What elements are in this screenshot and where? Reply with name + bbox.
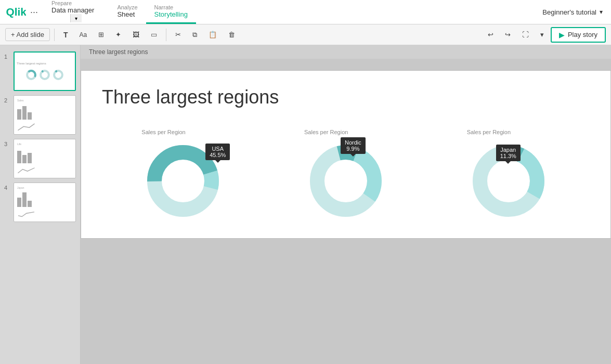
tooltip-2: Nordic 9.9% (341, 137, 366, 154)
effects-button[interactable]: ✦ (111, 28, 126, 41)
image-button[interactable]: 🖼 (128, 28, 144, 41)
donut-wrapper-2: Nordic 9.9% (304, 139, 387, 223)
effects-icon: ✦ (115, 31, 121, 38)
text-icon: T (63, 31, 68, 39)
tooltip-label-1: USA (212, 146, 224, 152)
thumb-title-1: Three largest regions (17, 62, 46, 65)
slide-main-title: Three largest regions (102, 86, 590, 108)
play-story-button[interactable]: ▶ Play story (551, 27, 606, 43)
slide-thumbnail-4: Japan (14, 183, 76, 222)
add-slide-label: + Add slide (11, 31, 44, 38)
thumb-line-4 (17, 210, 35, 218)
thumb-line-2 (17, 123, 35, 132)
slide-item-2[interactable]: 2 Sales (0, 93, 80, 137)
chart-title-1: Sales per Region (141, 129, 185, 135)
chart-container-2: Sales per Region Nordic 9.9% (304, 129, 387, 223)
undo-button[interactable]: ↩ (483, 28, 498, 41)
slide-item-1[interactable]: 1 Three largest regions (0, 49, 80, 93)
copy-button[interactable]: ⧉ (188, 28, 202, 42)
toolbar-right: ↩ ↪ ⛶ ▾ ▶ Play story (483, 27, 606, 43)
tutorial-dropdown[interactable]: Beginner's tutorial ▾ (534, 0, 611, 24)
tooltip-label-3: Japan (500, 147, 516, 153)
copy-icon: ⧉ (192, 31, 197, 39)
slide-item-3[interactable]: 3 Life (0, 137, 80, 180)
qlik-logo-icon: Qlik (5, 5, 26, 19)
font-size-button[interactable]: Aa (75, 29, 92, 41)
shape-icon: ▭ (151, 31, 157, 38)
redo-button[interactable]: ↪ (500, 28, 515, 41)
thumb-donuts-1 (25, 69, 64, 81)
slide-panel: 1 Three largest regions (0, 45, 81, 364)
top-navigation: Qlik ··· Prepare Data manager ▾ Analyze … (0, 0, 611, 24)
tooltip-3: Japan 11.3% (496, 145, 521, 161)
thumb-label-4: Japan (17, 186, 24, 189)
tooltip-label-2: Nordic (345, 139, 361, 146)
tooltip-value-3: 11.3% (500, 153, 516, 159)
slide-number-2: 2 (4, 97, 10, 103)
delete-icon: 🗑 (228, 31, 235, 38)
tab-prepare[interactable]: Prepare Data manager ▾ (43, 0, 109, 24)
tab-prepare-arrow[interactable]: ▾ (70, 14, 82, 22)
tutorial-label: Beginner's tutorial (542, 8, 596, 16)
aa-icon: Aa (80, 31, 87, 38)
donut-wrapper-1: USA 45.5% (141, 139, 225, 223)
tab-analyze-section: Analyze (117, 4, 137, 10)
thumb-line-3 (17, 166, 35, 175)
tab-narrate-name: Storytelling (154, 10, 188, 18)
toolbar: + Add slide T Aa ⊞ ✦ 🖼 ▭ ✂ ⧉ 📋 🗑 ↩ (0, 24, 611, 45)
tooltip-1: USA 45.5% (205, 144, 230, 160)
thumb-label-2: Sales (17, 99, 24, 102)
chart-container-3: Sales per Region Japan 11.3% (467, 129, 550, 223)
slide-label: Three largest regions (81, 45, 611, 59)
play-icon: ▶ (559, 31, 565, 39)
cut-button[interactable]: ✂ (171, 28, 186, 41)
slide-item-4[interactable]: 4 Japan (0, 180, 80, 224)
text-format-button[interactable]: T (59, 28, 73, 42)
slide-thumbnail-2: Sales (14, 95, 76, 135)
app-menu-dots[interactable]: ··· (30, 7, 38, 18)
slide-canvas: Three largest regions Sales per Region U… (81, 70, 611, 239)
layout-button[interactable]: ⊞ (94, 28, 109, 41)
add-slide-button[interactable]: + Add slide (5, 28, 50, 41)
canvas-area: Three largest regions Three largest regi… (81, 45, 611, 364)
slide-thumbnail-1: Three largest regions (14, 51, 76, 91)
paste-icon: 📋 (209, 31, 217, 38)
slide-number-4: 4 (4, 185, 10, 191)
tooltip-value-1: 45.5% (210, 152, 226, 158)
slide-thumbnail-3: Life (14, 139, 76, 178)
chevron-down-icon: ▾ (540, 31, 544, 38)
tab-prepare-name: Data manager (51, 6, 94, 14)
charts-row: Sales per Region USA 45.5% (102, 124, 590, 223)
delete-button[interactable]: 🗑 (224, 28, 240, 41)
paste-button[interactable]: 📋 (204, 28, 222, 41)
tooltip-value-2: 9.9% (346, 146, 359, 152)
image-icon: 🖼 (133, 31, 139, 38)
play-story-label: Play story (568, 31, 597, 38)
thumb-donut-1c (53, 69, 64, 81)
slide-number-1: 1 (4, 54, 10, 60)
tab-prepare-section: Prepare (51, 0, 94, 6)
tab-narrate[interactable]: Narrate Storytelling (146, 0, 196, 24)
toolbar-separator-1 (54, 29, 55, 41)
svg-text:Qlik: Qlik (6, 6, 26, 18)
tab-analyze[interactable]: Analyze Sheet (109, 0, 146, 24)
donut-wrapper-3: Japan 11.3% (467, 139, 550, 223)
thumb-label-3: Life (17, 142, 21, 146)
cut-icon: ✂ (175, 31, 181, 38)
thumb-donut-1b (39, 69, 50, 81)
toolbar-separator-2 (166, 29, 166, 41)
slide-number-3: 3 (4, 141, 10, 147)
shape-button[interactable]: ▭ (146, 28, 162, 41)
chart-title-2: Sales per Region (304, 129, 348, 135)
fullscreen-icon: ⛶ (522, 31, 529, 38)
app-logo: Qlik ··· (0, 0, 43, 24)
thumb-donut-1a (25, 69, 37, 81)
chart-title-3: Sales per Region (467, 129, 511, 135)
fullscreen-button[interactable]: ⛶ (517, 28, 534, 41)
svg-point-5 (54, 71, 62, 79)
layout-icon: ⊞ (98, 31, 104, 38)
tab-narrate-section: Narrate (154, 4, 188, 10)
undo-icon: ↩ (488, 31, 493, 38)
view-options-button[interactable]: ▾ (536, 28, 549, 41)
chevron-down-icon: ▾ (600, 8, 603, 16)
